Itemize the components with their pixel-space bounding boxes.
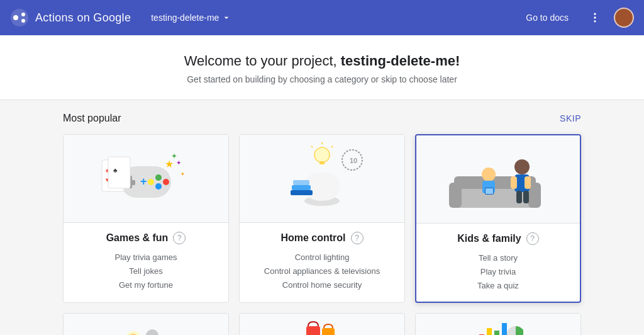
svg-rect-47	[516, 191, 522, 203]
svg-rect-55	[487, 328, 492, 335]
svg-rect-32	[293, 180, 309, 185]
project-name-bold: testing-delete-me!	[341, 53, 460, 69]
logo-container: Actions on Google	[10, 8, 131, 27]
card-games-fun-title-row: Games & fun ?	[74, 232, 218, 244]
svg-point-4	[594, 13, 596, 15]
bottom-cards-row	[63, 313, 581, 335]
card-home-control[interactable]: 10 Home control ? Control lighting Contr…	[239, 134, 405, 303]
section-title: Most popular	[63, 113, 121, 124]
svg-point-25	[314, 147, 330, 162]
kids-family-illustration	[435, 142, 561, 217]
svg-rect-56	[494, 331, 499, 335]
svg-line-28	[331, 146, 333, 147]
go-to-docs-link[interactable]: Go to docs	[518, 9, 576, 26]
user-avatar[interactable]	[614, 8, 634, 28]
svg-rect-53	[322, 328, 335, 335]
svg-rect-31	[292, 185, 311, 190]
svg-point-12	[155, 183, 162, 190]
svg-point-3	[21, 19, 25, 23]
svg-point-2	[21, 13, 25, 16]
svg-rect-19	[108, 157, 130, 188]
partial-card-3-icon	[473, 317, 523, 335]
card-partial-2[interactable]	[239, 313, 405, 335]
card-partial-2-image	[240, 314, 404, 335]
svg-point-13	[148, 179, 154, 185]
svg-rect-52	[306, 326, 320, 335]
card-games-fun-title: Games & fun	[106, 232, 169, 244]
svg-rect-42	[486, 188, 493, 194]
card-games-fun-body: Games & fun ? Play trivia games Tell jok…	[64, 223, 228, 301]
svg-text:✦: ✦	[171, 152, 177, 161]
svg-rect-30	[291, 190, 313, 195]
card-partial-3-image	[416, 314, 580, 335]
project-name-label: testing-delete-me	[151, 13, 219, 23]
project-selector[interactable]: testing-delete-me	[146, 10, 236, 25]
welcome-banner: Welcome to your project, testing-delete-…	[0, 35, 644, 100]
header-right: Go to docs	[518, 6, 634, 29]
card-partial-1[interactable]	[63, 313, 229, 335]
more-options-icon[interactable]	[584, 6, 606, 29]
card-kids-family-image	[416, 135, 580, 224]
card-home-control-body: Home control ? Control lighting Control …	[240, 223, 404, 301]
card-partial-3[interactable]	[415, 313, 581, 335]
svg-rect-46	[525, 176, 531, 189]
card-home-control-title-row: Home control ?	[250, 232, 394, 244]
app-header: Actions on Google testing-delete-me Go t…	[0, 0, 644, 35]
card-games-fun-image: + ★ ♠ ♥ ♣ ✦ ✦ ✦	[64, 135, 228, 223]
card-home-control-title: Home control	[280, 232, 345, 244]
svg-point-1	[13, 15, 18, 20]
welcome-title: Welcome to your project, testing-delete-…	[13, 53, 631, 69]
svg-point-5	[594, 16, 596, 18]
card-kids-family-title-row: Kids & family ?	[426, 232, 570, 245]
card-partial-1-image	[64, 314, 228, 335]
card-games-fun-help-icon[interactable]: ?	[173, 232, 186, 244]
card-games-fun-items: Play trivia games Tell jokes Get my fort…	[74, 251, 218, 292]
svg-point-43	[514, 159, 530, 174]
svg-text:+: +	[140, 175, 147, 188]
svg-text:♣: ♣	[113, 167, 118, 174]
svg-point-10	[155, 174, 162, 181]
card-kids-family[interactable]: Kids & family ? Tell a story Play trivia…	[415, 134, 581, 303]
card-home-control-image: 10	[240, 135, 404, 223]
section-header: Most popular SKIP	[63, 113, 581, 124]
card-kids-family-items: Tell a story Play trivia Take a quiz	[426, 251, 570, 293]
svg-text:10: 10	[350, 157, 357, 164]
actions-on-google-logo-icon	[10, 8, 29, 27]
card-home-control-items: Control lighting Control appliances & te…	[250, 251, 394, 292]
card-kids-family-title: Kids & family	[457, 233, 521, 244]
svg-point-39	[482, 168, 496, 181]
partial-card-1-icon	[121, 317, 171, 335]
chevron-down-icon	[221, 13, 231, 23]
app-title: Actions on Google	[35, 11, 131, 25]
card-games-fun[interactable]: + ★ ♠ ♥ ♣ ✦ ✦ ✦ Games & fun	[63, 134, 229, 303]
svg-rect-57	[502, 323, 507, 335]
svg-point-11	[163, 179, 169, 185]
svg-rect-48	[523, 191, 529, 203]
svg-line-29	[311, 146, 313, 147]
home-control-illustration: 10	[259, 141, 385, 217]
games-illustration: + ★ ♠ ♥ ♣ ✦ ✦ ✦	[83, 141, 209, 217]
skip-link[interactable]: SKIP	[560, 113, 581, 123]
svg-text:✦: ✦	[180, 171, 185, 177]
svg-rect-26	[319, 161, 325, 164]
card-kids-family-help-icon[interactable]: ?	[526, 232, 539, 245]
card-kids-family-body: Kids & family ? Tell a story Play trivia…	[416, 224, 580, 302]
partial-card-2-icon	[297, 317, 347, 335]
svg-point-51	[146, 329, 158, 335]
card-home-control-help-icon[interactable]: ?	[351, 232, 364, 244]
svg-point-6	[594, 20, 596, 22]
main-content: Most popular SKIP + ★	[0, 100, 644, 335]
svg-rect-45	[511, 176, 517, 189]
cards-grid: + ★ ♠ ♥ ♣ ✦ ✦ ✦ Games & fun	[63, 134, 581, 303]
welcome-subtitle: Get started on building by choosing a ca…	[13, 74, 631, 84]
